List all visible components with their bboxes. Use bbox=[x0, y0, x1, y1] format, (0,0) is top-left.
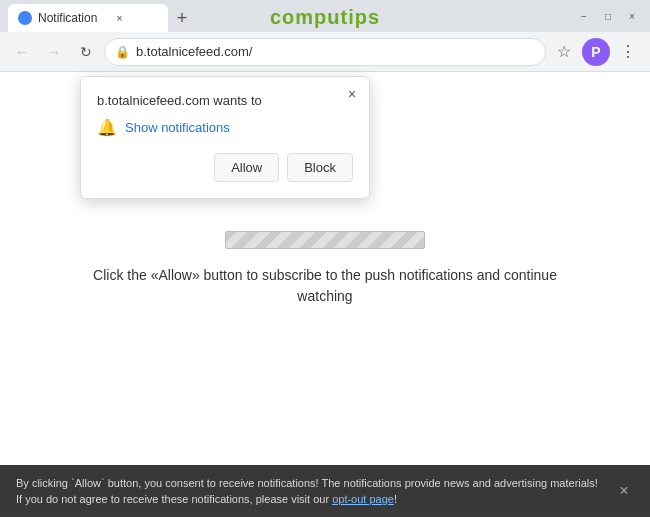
tab-favicon bbox=[18, 11, 32, 25]
progress-bar-container bbox=[225, 231, 425, 249]
bottom-line2: If you do not agree to receive these not… bbox=[16, 493, 332, 505]
bottom-bar-text: By clicking `Allow` button, you consent … bbox=[16, 475, 606, 508]
refresh-button[interactable]: ↻ bbox=[72, 38, 100, 66]
chrome-menu-button[interactable]: ⋮ bbox=[614, 38, 642, 66]
tab-title: Notification bbox=[38, 11, 97, 25]
popup-title: b.totalnicefeed.com wants to bbox=[97, 93, 353, 108]
main-text-content: Click the «Allow» button to subscribe to… bbox=[93, 267, 557, 304]
bell-icon: 🔔 bbox=[97, 118, 117, 137]
back-button[interactable]: ← bbox=[8, 38, 36, 66]
allow-button[interactable]: Allow bbox=[214, 153, 279, 182]
notification-label: Show notifications bbox=[125, 120, 230, 135]
opt-out-link[interactable]: opt-out page bbox=[332, 493, 394, 505]
minimize-button[interactable]: − bbox=[574, 6, 594, 26]
notification-popup: b.totalnicefeed.com wants to 🔔 Show noti… bbox=[80, 76, 370, 199]
page-content: b.totalnicefeed.com wants to 🔔 Show noti… bbox=[0, 72, 650, 465]
bottom-line2-end: ! bbox=[394, 493, 397, 505]
nav-right-controls: ☆ P ⋮ bbox=[550, 38, 642, 66]
close-button[interactable]: × bbox=[622, 6, 642, 26]
address-bar[interactable]: 🔒 b.totalnicefeed.com/ bbox=[104, 38, 546, 66]
bottom-notification-bar: By clicking `Allow` button, you consent … bbox=[0, 465, 650, 517]
block-button[interactable]: Block bbox=[287, 153, 353, 182]
active-tab[interactable]: Notification × bbox=[8, 4, 168, 32]
forward-button[interactable]: → bbox=[40, 38, 68, 66]
bottom-line1: By clicking `Allow` button, you consent … bbox=[16, 477, 598, 489]
profile-button[interactable]: P bbox=[582, 38, 610, 66]
tab-close-button[interactable]: × bbox=[111, 10, 127, 26]
nav-bar: ← → ↻ 🔒 b.totalnicefeed.com/ ☆ P ⋮ bbox=[0, 32, 650, 72]
popup-actions: Allow Block bbox=[97, 153, 353, 182]
restore-button[interactable]: □ bbox=[598, 6, 618, 26]
progress-bar bbox=[225, 231, 425, 249]
new-tab-button[interactable]: + bbox=[168, 4, 196, 32]
bookmark-button[interactable]: ☆ bbox=[550, 38, 578, 66]
popup-close-button[interactable]: × bbox=[343, 85, 361, 103]
lock-icon: 🔒 bbox=[115, 45, 130, 59]
window-controls: − □ × bbox=[574, 6, 642, 26]
url-text: b.totalnicefeed.com/ bbox=[136, 44, 252, 59]
tab-bar: Notification × + bbox=[8, 0, 570, 32]
title-bar: Notification × + computips − □ × bbox=[0, 0, 650, 32]
popup-notification-row: 🔔 Show notifications bbox=[97, 118, 353, 137]
bottom-bar-close-button[interactable]: × bbox=[614, 481, 634, 501]
main-instruction-text: Click the «Allow» button to subscribe to… bbox=[75, 265, 575, 307]
